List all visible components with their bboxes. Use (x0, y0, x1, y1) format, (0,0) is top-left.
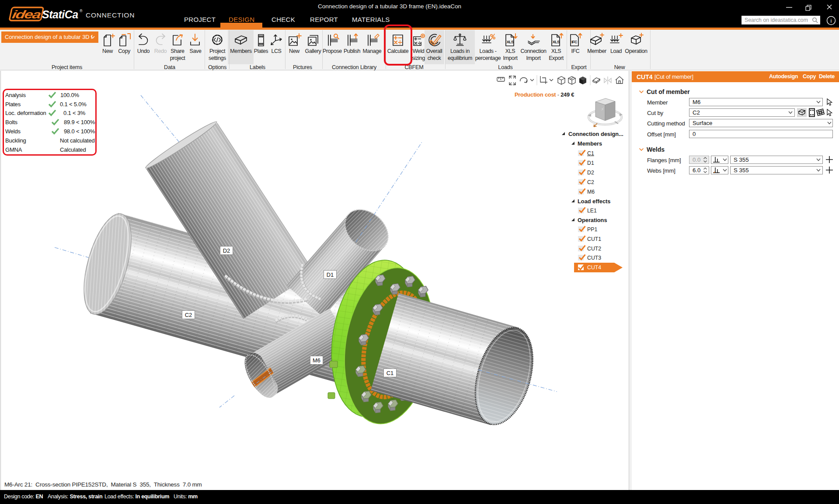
svg-text:i: i (831, 18, 832, 24)
svg-text:D1: D1 (327, 271, 334, 278)
svg-text:®: ® (80, 9, 83, 13)
svg-text:XLS: XLS (507, 39, 514, 44)
svg-text:M6: M6 (313, 357, 320, 364)
svg-text:XLS: XLS (553, 39, 560, 44)
svg-text:C2: C2 (185, 312, 192, 318)
svg-text:C1: C1 (386, 370, 394, 376)
svg-text:CONNECTION: CONNECTION (86, 11, 135, 19)
svg-text:IFC: IFC (571, 39, 578, 44)
svg-text:D2: D2 (223, 247, 230, 254)
svg-text:StatiCa: StatiCa (42, 8, 78, 21)
svg-text:idea: idea (11, 8, 42, 21)
